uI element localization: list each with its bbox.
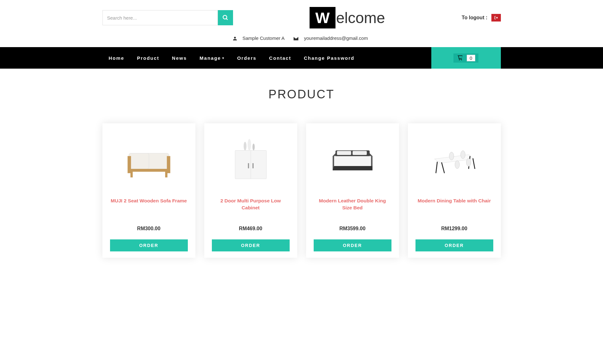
mail-icon [293, 37, 298, 40]
user-icon [233, 36, 237, 41]
svg-point-0 [223, 15, 227, 19]
header-top: Welcome To logout : [102, 0, 501, 35]
order-button[interactable]: ORDER [314, 239, 391, 251]
order-button[interactable]: ORDER [110, 239, 188, 251]
logout-wrap: To logout : [462, 14, 501, 22]
product-card: 2 Door Multi Purpose Low Cabinet RM469.0… [204, 123, 297, 258]
product-image [110, 127, 188, 194]
nav-home[interactable]: Home [102, 47, 131, 69]
search-icon [222, 15, 229, 21]
nav-links: Home Product News Manage▾ Orders Contact… [102, 47, 361, 69]
product-card: Modern Dining Table with Chair RM1299.00… [408, 123, 501, 258]
chevron-down-icon: ▾ [222, 56, 225, 60]
logout-label: To logout : [462, 15, 487, 21]
nav-change-password[interactable]: Change Password [298, 47, 361, 69]
nav-news[interactable]: News [166, 47, 193, 69]
product-price: RM3599.00 [314, 226, 391, 231]
svg-point-27 [460, 151, 465, 158]
logout-icon [494, 16, 498, 20]
svg-line-25 [473, 158, 475, 169]
user-info: Sample Customer A youremailaddress@gmail… [102, 35, 501, 47]
svg-rect-21 [353, 151, 367, 155]
nav-product[interactable]: Product [131, 47, 166, 69]
svg-point-17 [252, 144, 255, 151]
logo-prefix: W [310, 7, 335, 28]
logout-button[interactable] [491, 14, 501, 22]
product-price: RM1299.00 [415, 226, 493, 231]
product-card: MUJI 2 Seat Wooden Sofa Frame RM300.00 O… [102, 123, 195, 258]
order-button[interactable]: ORDER [212, 239, 290, 251]
svg-rect-10 [165, 172, 167, 177]
page-title: PRODUCT [102, 88, 501, 101]
svg-point-28 [455, 161, 459, 169]
svg-rect-9 [130, 172, 132, 177]
cart-count: 0 [467, 55, 475, 61]
search-input[interactable] [102, 10, 218, 25]
svg-rect-5 [129, 153, 149, 169]
user-name: Sample Customer A [243, 35, 285, 41]
user-email: youremailaddress@gmail.com [304, 35, 368, 41]
logo-suffix: elcome [336, 9, 385, 27]
product-price: RM300.00 [110, 226, 188, 231]
product-name[interactable]: Modern Leather Double King Size Bed [314, 197, 391, 211]
product-name[interactable]: MUJI 2 Seat Wooden Sofa Frame [110, 197, 188, 211]
logo: Welcome [233, 7, 462, 28]
svg-line-1 [226, 19, 227, 20]
product-image [314, 127, 391, 194]
svg-line-23 [441, 162, 444, 173]
product-price: RM469.00 [212, 226, 290, 231]
product-image [212, 127, 290, 194]
product-grid: MUJI 2 Seat Wooden Sofa Frame RM300.00 O… [102, 123, 501, 274]
search-button[interactable] [218, 10, 233, 25]
svg-point-26 [449, 152, 453, 160]
product-image [415, 127, 493, 194]
svg-rect-8 [129, 169, 169, 172]
cart-button[interactable]: 0 [431, 47, 501, 69]
svg-point-3 [461, 60, 462, 60]
nav-orders[interactable]: Orders [231, 47, 263, 69]
svg-point-29 [466, 158, 471, 166]
search-wrap [102, 10, 233, 25]
svg-rect-14 [252, 163, 254, 168]
svg-rect-20 [337, 151, 351, 155]
order-button[interactable]: ORDER [415, 239, 493, 251]
main-nav: Home Product News Manage▾ Orders Contact… [0, 47, 603, 69]
product-card: Modern Leather Double King Size Bed RM35… [306, 123, 399, 258]
svg-point-2 [459, 60, 460, 60]
svg-rect-18 [334, 156, 371, 168]
product-name[interactable]: 2 Door Multi Purpose Low Cabinet [212, 197, 290, 211]
svg-rect-13 [248, 163, 249, 168]
product-name[interactable]: Modern Dining Table with Chair [415, 197, 493, 211]
svg-point-15 [243, 142, 246, 151]
svg-point-16 [248, 139, 251, 151]
nav-contact[interactable]: Contact [263, 47, 298, 69]
nav-manage[interactable]: Manage▾ [193, 47, 231, 69]
cart-icon [457, 55, 464, 61]
svg-line-22 [436, 162, 437, 173]
